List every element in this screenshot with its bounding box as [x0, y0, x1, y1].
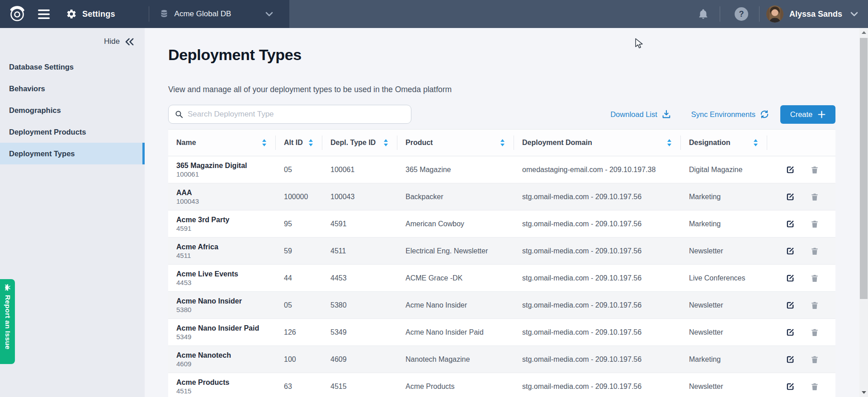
- chevron-down-icon[interactable]: [850, 12, 858, 17]
- sidebar-item-database-settings[interactable]: Database Settings: [0, 56, 145, 78]
- database-switcher[interactable]: Acme Global DB: [149, 9, 274, 19]
- deployment-type-name: Acme Nano Insider Paid: [176, 324, 276, 332]
- cell-depl-type-id: 4515: [322, 383, 397, 391]
- omeda-logo-icon[interactable]: [7, 4, 27, 24]
- search-input[interactable]: [188, 110, 405, 119]
- edit-button[interactable]: [785, 327, 795, 337]
- sidebar-item-label: Database Settings: [9, 63, 74, 71]
- report-an-issue-tab[interactable]: Report an Issue: [0, 279, 15, 364]
- column-header-alt-id[interactable]: Alt ID: [276, 130, 322, 156]
- page-subtitle: View and manage all of your deployment t…: [168, 85, 452, 94]
- scrollbar-thumb[interactable]: [860, 38, 868, 299]
- edit-button[interactable]: [785, 219, 795, 229]
- delete-button[interactable]: [810, 382, 819, 391]
- cell-name: Acme Live Events 4453: [168, 270, 276, 287]
- help-icon[interactable]: ?: [735, 7, 748, 21]
- sidebar-item-demographics[interactable]: Demographics: [0, 99, 145, 121]
- column-header-deployment-domain[interactable]: Deployment Domain: [514, 130, 681, 156]
- sort-icon[interactable]: [500, 139, 505, 147]
- sort-icon[interactable]: [262, 139, 267, 147]
- sidebar-item-deployment-products[interactable]: Deployment Products: [0, 121, 145, 143]
- main-content: Deployment Types View and manage all of …: [145, 28, 868, 397]
- deployment-type-id: 4515: [176, 387, 276, 395]
- sidebar-item-label: Deployment Types: [9, 149, 75, 158]
- notifications-bell-icon[interactable]: [698, 8, 709, 20]
- navbar-divider: [759, 6, 760, 22]
- cell-alt-id: 44: [276, 274, 322, 282]
- cell-actions: [767, 192, 835, 202]
- top-navbar: Settings Acme Global DB ?: [0, 0, 868, 28]
- delete-button[interactable]: [810, 247, 819, 256]
- delete-button[interactable]: [810, 220, 819, 229]
- cell-deployment-domain: stg.omail-media.com - 209.10.197.56: [514, 220, 681, 228]
- menu-hamburger-icon[interactable]: [38, 9, 50, 19]
- edit-button[interactable]: [785, 355, 795, 364]
- delete-button[interactable]: [810, 328, 819, 337]
- column-header-name[interactable]: Name: [168, 130, 276, 156]
- edit-button[interactable]: [785, 192, 795, 202]
- table-toolbar: Download List Sync Environments Create: [168, 105, 835, 124]
- edit-button[interactable]: [785, 382, 795, 392]
- cell-actions: [767, 219, 835, 229]
- cell-deployment-domain: stg.omail-media.com - 209.10.197.56: [514, 247, 681, 255]
- sidebar-item-behaviors[interactable]: Behaviors: [0, 78, 145, 99]
- deployment-type-name: Acme 3rd Party: [176, 215, 276, 224]
- cell-depl-type-id: 4591: [322, 220, 397, 228]
- user-name[interactable]: Alyssa Sands: [789, 9, 842, 19]
- deployment-type-name: 365 Magazine Digital: [176, 161, 276, 170]
- scrollbar-up-arrow[interactable]: [859, 28, 868, 37]
- column-label: Designation: [689, 139, 731, 147]
- delete-button[interactable]: [810, 165, 819, 174]
- delete-button[interactable]: [810, 301, 819, 310]
- table-row: Acme Nano Insider Paid 5349 126 5349 Acm…: [168, 319, 835, 346]
- edit-button[interactable]: [785, 165, 795, 175]
- delete-button[interactable]: [810, 274, 819, 283]
- user-avatar[interactable]: [766, 5, 783, 23]
- sidebar-item-deployment-types[interactable]: Deployment Types: [0, 143, 145, 164]
- sidebar-collapse-button[interactable]: Hide: [104, 37, 135, 46]
- cell-product: Nanotech Magazine: [397, 355, 514, 364]
- download-list-link[interactable]: Download List: [610, 109, 671, 119]
- download-list-label: Download List: [610, 110, 657, 119]
- sort-icon[interactable]: [753, 139, 758, 147]
- bug-icon: [3, 283, 12, 292]
- edit-button[interactable]: [785, 300, 795, 310]
- deployment-type-name: Acme Nanotech: [176, 351, 276, 360]
- cell-deployment-domain: omedastaging-email.com - 209.10.197.38: [514, 166, 681, 174]
- column-header-designation[interactable]: Designation: [681, 130, 767, 156]
- sync-environments-link[interactable]: Sync Environments: [691, 109, 769, 119]
- hide-label: Hide: [104, 37, 120, 46]
- cell-alt-id: 63: [276, 383, 322, 391]
- delete-button[interactable]: [810, 192, 819, 201]
- edit-button[interactable]: [785, 273, 795, 283]
- table-body: 365 Magazine Digital 100061 05 100061 36…: [168, 156, 835, 397]
- column-label: Depl. Type ID: [330, 139, 376, 147]
- deployment-type-id: 4609: [176, 360, 276, 368]
- settings-gear-icon[interactable]: [66, 9, 77, 19]
- sidebar-menu: Database SettingsBehaviorsDemographicsDe…: [0, 56, 145, 164]
- cell-name: Acme Nano Insider 5380: [168, 297, 276, 314]
- table-row: Acme Live Events 4453 44 4453 ACME Grace…: [168, 265, 835, 292]
- scrollbar-down-arrow[interactable]: [859, 388, 868, 397]
- create-button[interactable]: Create: [780, 105, 835, 124]
- cell-alt-id: 05: [276, 301, 322, 309]
- column-label: Name: [176, 139, 196, 147]
- cell-product: Acme Nano Insider: [397, 301, 514, 309]
- vertical-scrollbar[interactable]: [859, 28, 868, 397]
- column-header-depl-type-id[interactable]: Depl. Type ID: [322, 130, 397, 156]
- delete-button[interactable]: [810, 355, 819, 364]
- column-header-product[interactable]: Product: [397, 130, 514, 156]
- settings-nav-label[interactable]: Settings: [82, 9, 115, 19]
- cell-product: ACME Grace -DK: [397, 274, 514, 282]
- sort-icon[interactable]: [308, 139, 313, 147]
- column-label: Deployment Domain: [522, 139, 592, 147]
- sort-icon[interactable]: [383, 139, 388, 147]
- cell-actions: [767, 273, 835, 283]
- deployment-type-name: Acme Products: [176, 378, 276, 387]
- cell-designation: Marketing: [681, 220, 767, 228]
- cell-alt-id: 100000: [276, 193, 322, 201]
- sort-icon[interactable]: [667, 139, 672, 147]
- edit-button[interactable]: [785, 246, 795, 256]
- cell-depl-type-id: 100061: [322, 166, 397, 174]
- cell-name: Acme Nano Insider Paid 5349: [168, 324, 276, 341]
